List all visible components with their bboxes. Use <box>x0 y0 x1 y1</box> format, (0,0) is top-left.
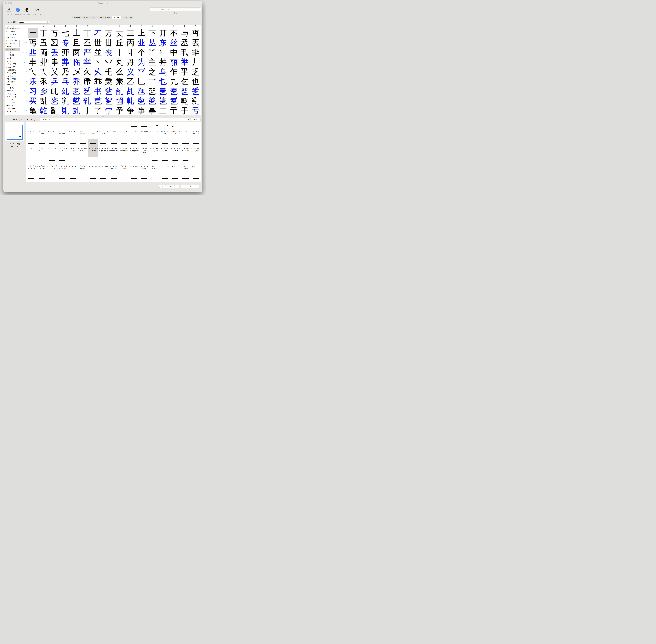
char-cell[interactable]: 乌 <box>158 67 169 77</box>
variation-cell[interactable]: マカロンB <box>170 157 180 174</box>
char-cell[interactable]: 乧 <box>103 86 114 96</box>
char-cell[interactable]: 乼 <box>158 96 169 106</box>
char-cell[interactable]: 亇 <box>103 106 114 115</box>
variation-cell[interactable]: プランタンE <box>88 157 98 174</box>
char-cell[interactable]: 丁 <box>39 28 49 38</box>
char-cell[interactable]: 世 <box>93 38 104 48</box>
char-cell[interactable]: 乸 <box>114 96 125 106</box>
sidebar-block-item[interactable]: キリル文字拡… <box>5 63 20 66</box>
variation-cell[interactable] <box>180 174 191 182</box>
char-cell[interactable]: 乗 <box>103 76 114 87</box>
char-cell[interactable]: 丫 <box>147 47 158 58</box>
char-cell[interactable]: 丿 <box>190 57 201 67</box>
char-cell[interactable]: 业 <box>136 38 147 48</box>
variation-cell[interactable]: ヒラギノ明朝 ProN W6 <box>88 139 98 157</box>
char-cell[interactable]: 丙 <box>125 38 136 48</box>
variation-cell[interactable]: クレー ミディ アム <box>98 122 108 139</box>
variation-cell[interactable]: ヒラギノ角ゴ シック W4 <box>191 139 201 157</box>
tab-0[interactable]: 複合検索 <box>72 16 82 19</box>
search-field[interactable] <box>150 7 201 11</box>
char-cell[interactable]: 丝 <box>169 38 179 48</box>
char-cell[interactable]: 丌 <box>158 28 169 38</box>
variation-cell[interactable]: クロスEDP <box>119 122 129 139</box>
char-cell[interactable]: 乥 <box>82 86 93 96</box>
char-cell[interactable]: 乬 <box>158 86 169 96</box>
char-cell[interactable]: 乀 <box>27 67 39 77</box>
char-cell[interactable]: 义 <box>125 67 136 77</box>
variation-cell[interactable]: セリフゴシッ クE <box>160 122 170 139</box>
sidebar-scrollbar[interactable] <box>19 40 20 47</box>
char-cell[interactable]: 主 <box>147 57 158 67</box>
char-cell[interactable]: 乳 <box>60 96 71 106</box>
char-cell[interactable]: 三 <box>125 28 136 38</box>
char-cell[interactable]: 丠 <box>27 47 39 58</box>
search-input[interactable] <box>153 8 200 10</box>
char-cell[interactable]: 么 <box>114 67 125 77</box>
char-cell[interactable]: 亁 <box>39 106 49 115</box>
char-cell[interactable]: 丕 <box>82 38 93 48</box>
variation-cell[interactable]: ヒラギノ角ゴ 簡体中文 W6 <box>109 139 119 157</box>
char-cell[interactable]: 为 <box>136 57 147 67</box>
variation-cell[interactable] <box>119 174 129 182</box>
variation-cell[interactable]: ヒラギノ角ゴ シック Sans W8 <box>139 139 150 157</box>
char-cell[interactable]: 乢 <box>49 86 60 96</box>
char-cell[interactable]: 両 <box>39 47 49 58</box>
sidebar-block-item[interactable]: ジャワ文字 <box>5 98 20 101</box>
char-cell[interactable]: 争 <box>125 106 136 115</box>
variation-cell[interactable]: クロスE <box>109 122 119 139</box>
char-cell[interactable]: 乍 <box>169 67 179 77</box>
char-cell[interactable]: 乤 <box>71 86 82 96</box>
variation-cell[interactable] <box>191 174 201 182</box>
char-cell[interactable]: 乄 <box>71 67 82 77</box>
char-cell[interactable]: 习 <box>27 86 39 96</box>
char-cell[interactable]: 丬 <box>158 47 169 58</box>
char-cell[interactable]: 乪 <box>136 86 147 96</box>
char-cell[interactable]: 丗 <box>103 38 114 48</box>
char-cell[interactable]: 丟 <box>190 38 201 48</box>
sidebar-block-item[interactable]: CJK 統合漢字 <box>5 48 20 51</box>
char-cell[interactable]: 乚 <box>136 76 147 87</box>
char-cell[interactable]: 乾 <box>179 96 190 106</box>
tab-3[interactable]: 分類 <box>97 16 103 19</box>
variation-cell[interactable]: ヒラギノ明朝 ProN W3 <box>78 139 88 157</box>
collection-dropdown[interactable]: すべてのフォント <box>40 118 190 121</box>
char-cell[interactable]: 丛 <box>147 38 158 48</box>
tab-4[interactable]: 絵文字 <box>103 16 111 19</box>
sidebar-block-item[interactable]: ミャンマー文… <box>5 107 20 110</box>
splitter-handle[interactable] <box>102 116 104 117</box>
char-cell[interactable]: 乣 <box>60 86 71 96</box>
tab-6[interactable]: よく使う項目 <box>122 16 134 19</box>
variation-cell[interactable]: テンドゥ Rdeep <box>37 139 47 157</box>
variation-cell[interactable]: オリーブEL <box>47 122 57 139</box>
variation-cell[interactable]: プランタン Epetit <box>119 157 129 174</box>
variation-cell[interactable] <box>98 174 108 182</box>
variation-cell[interactable]: オリーブ ELdance <box>57 122 67 139</box>
variation-cell[interactable]: プランタン Rpetit <box>139 157 150 174</box>
char-cell[interactable]: 举 <box>179 57 190 67</box>
char-cell[interactable]: 乲 <box>49 96 60 106</box>
char-cell[interactable]: 丵 <box>82 57 93 67</box>
char-cell[interactable]: 上 <box>136 28 147 38</box>
char-cell[interactable]: 亅 <box>82 106 93 115</box>
char-cell[interactable]: 並 <box>93 47 104 58</box>
variation-cell[interactable]: クレー デミボ ールド <box>88 122 98 139</box>
variation-cell[interactable] <box>170 174 180 182</box>
char-cell[interactable]: 乷 <box>103 96 114 106</box>
sidebar-block-item[interactable]: 易経記号 <box>5 45 20 48</box>
char-cell[interactable]: 丷 <box>103 57 114 67</box>
sidebar-block-item[interactable]: サウラーシュ… <box>5 84 20 86</box>
sidebar-block-item[interactable]: バムン文字 <box>5 66 20 69</box>
char-cell[interactable]: 乺 <box>136 96 147 106</box>
char-cell[interactable]: 乴 <box>71 96 82 106</box>
toolbar-item-related-chars[interactable]: 邊 関連文字 <box>23 6 30 16</box>
variation-cell[interactable]: プランタン DBpetit <box>78 157 88 174</box>
sidebar-block-item[interactable]: チャム文字 <box>5 104 20 107</box>
variation-cell[interactable]: プランタンEL <box>98 157 108 174</box>
sidebar-block-item[interactable]: レジャン文字 <box>5 92 20 95</box>
char-cell[interactable]: 乏 <box>190 67 201 77</box>
tab-2[interactable]: 部首 <box>90 16 97 19</box>
char-cell[interactable]: 丑 <box>39 38 49 48</box>
char-cell[interactable]: 书 <box>93 86 104 96</box>
code-system-dropdown[interactable]: ユニコード <box>18 20 49 23</box>
variation-cell[interactable]: オリーブB <box>26 122 37 139</box>
